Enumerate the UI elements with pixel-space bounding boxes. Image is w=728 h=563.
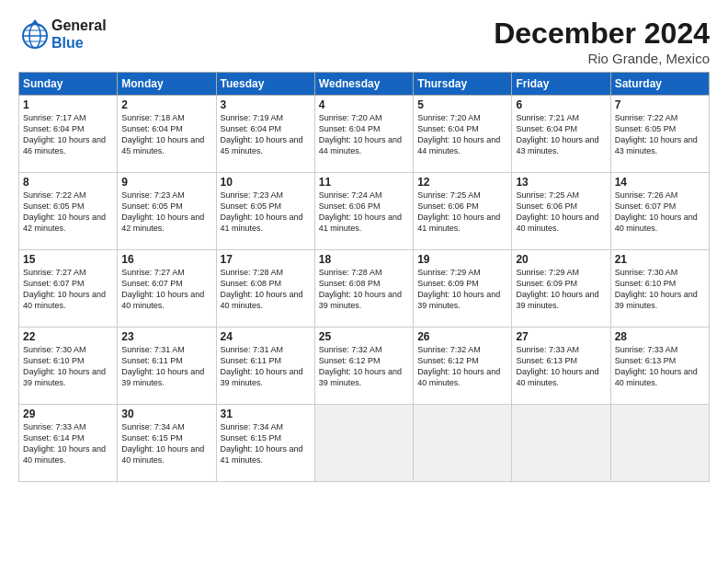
table-row: 24 Sunrise: 7:31 AM Sunset: 6:11 PM Dayl… <box>216 327 314 405</box>
day-info: Sunrise: 7:29 AM Sunset: 6:09 PM Dayligh… <box>516 267 606 312</box>
title-block: December 2024 Rio Grande, Mexico <box>494 17 710 66</box>
day-info: Sunrise: 7:34 AM Sunset: 6:15 PM Dayligh… <box>221 421 311 466</box>
table-row: 12 Sunrise: 7:25 AM Sunset: 6:06 PM Dayl… <box>414 173 512 250</box>
table-row: 18 Sunrise: 7:28 AM Sunset: 6:08 PM Dayl… <box>314 250 413 327</box>
table-row <box>314 405 413 482</box>
table-row: 28 Sunrise: 7:33 AM Sunset: 6:13 PM Dayl… <box>610 327 709 405</box>
day-number: 22 <box>23 330 113 343</box>
table-row: 27 Sunrise: 7:33 AM Sunset: 6:13 PM Dayl… <box>512 327 610 405</box>
day-info: Sunrise: 7:24 AM Sunset: 6:06 PM Dayligh… <box>319 190 409 235</box>
day-number: 25 <box>319 330 409 343</box>
day-info: Sunrise: 7:25 AM Sunset: 6:06 PM Dayligh… <box>516 190 606 235</box>
day-info: Sunrise: 7:21 AM Sunset: 6:04 PM Dayligh… <box>516 112 606 157</box>
day-info: Sunrise: 7:32 AM Sunset: 6:12 PM Dayligh… <box>417 344 507 389</box>
day-info: Sunrise: 7:33 AM Sunset: 6:13 PM Dayligh… <box>516 344 606 389</box>
logo-text: General Blue <box>51 17 107 52</box>
day-number: 13 <box>516 176 606 189</box>
header: General Blue December 2024 Rio Grande, M… <box>18 17 710 66</box>
table-row: 11 Sunrise: 7:24 AM Sunset: 6:06 PM Dayl… <box>314 173 413 250</box>
table-row: 22 Sunrise: 7:30 AM Sunset: 6:10 PM Dayl… <box>19 327 118 405</box>
col-thursday: Thursday <box>414 73 512 96</box>
day-info: Sunrise: 7:32 AM Sunset: 6:12 PM Dayligh… <box>319 344 409 389</box>
day-info: Sunrise: 7:26 AM Sunset: 6:07 PM Dayligh… <box>615 190 705 235</box>
month-title: December 2024 <box>494 17 710 51</box>
calendar-table: Sunday Monday Tuesday Wednesday Thursday… <box>18 72 710 482</box>
day-number: 24 <box>221 330 311 343</box>
day-info: Sunrise: 7:22 AM Sunset: 6:05 PM Dayligh… <box>615 112 705 157</box>
table-row: 29 Sunrise: 7:33 AM Sunset: 6:14 PM Dayl… <box>19 405 118 482</box>
week-row-1: 8 Sunrise: 7:22 AM Sunset: 6:05 PM Dayli… <box>19 173 710 250</box>
day-number: 23 <box>121 330 211 343</box>
table-row: 2 Sunrise: 7:18 AM Sunset: 6:04 PM Dayli… <box>118 96 216 173</box>
table-row: 26 Sunrise: 7:32 AM Sunset: 6:12 PM Dayl… <box>414 327 512 405</box>
table-row: 4 Sunrise: 7:20 AM Sunset: 6:04 PM Dayli… <box>314 96 413 173</box>
table-row: 21 Sunrise: 7:30 AM Sunset: 6:10 PM Dayl… <box>610 250 709 327</box>
svg-marker-5 <box>29 19 40 27</box>
table-row: 9 Sunrise: 7:23 AM Sunset: 6:05 PM Dayli… <box>118 173 216 250</box>
day-info: Sunrise: 7:30 AM Sunset: 6:10 PM Dayligh… <box>615 267 705 312</box>
table-row: 17 Sunrise: 7:28 AM Sunset: 6:08 PM Dayl… <box>216 250 314 327</box>
day-info: Sunrise: 7:30 AM Sunset: 6:10 PM Dayligh… <box>23 344 113 389</box>
day-number: 29 <box>23 408 113 420</box>
day-number: 18 <box>319 253 409 266</box>
table-row: 3 Sunrise: 7:19 AM Sunset: 6:04 PM Dayli… <box>216 96 314 173</box>
day-info: Sunrise: 7:28 AM Sunset: 6:08 PM Dayligh… <box>319 267 409 312</box>
col-monday: Monday <box>118 73 216 96</box>
day-number: 17 <box>221 253 311 266</box>
day-info: Sunrise: 7:23 AM Sunset: 6:05 PM Dayligh… <box>221 190 311 235</box>
day-info: Sunrise: 7:19 AM Sunset: 6:04 PM Dayligh… <box>221 112 311 157</box>
day-number: 9 <box>121 176 211 189</box>
col-wednesday: Wednesday <box>314 73 413 96</box>
page: General Blue December 2024 Rio Grande, M… <box>0 0 728 563</box>
col-saturday: Saturday <box>610 73 709 96</box>
table-row: 13 Sunrise: 7:25 AM Sunset: 6:06 PM Dayl… <box>512 173 610 250</box>
day-number: 11 <box>319 176 409 189</box>
col-tuesday: Tuesday <box>216 73 314 96</box>
day-number: 6 <box>516 98 606 111</box>
table-row: 7 Sunrise: 7:22 AM Sunset: 6:05 PM Dayli… <box>610 96 709 173</box>
day-number: 31 <box>221 408 311 420</box>
day-number: 30 <box>121 408 211 420</box>
day-number: 26 <box>417 330 507 343</box>
table-row: 10 Sunrise: 7:23 AM Sunset: 6:05 PM Dayl… <box>216 173 314 250</box>
table-row: 19 Sunrise: 7:29 AM Sunset: 6:09 PM Dayl… <box>414 250 512 327</box>
day-info: Sunrise: 7:23 AM Sunset: 6:05 PM Dayligh… <box>121 190 211 235</box>
table-row: 8 Sunrise: 7:22 AM Sunset: 6:05 PM Dayli… <box>19 173 118 250</box>
col-sunday: Sunday <box>19 73 118 96</box>
day-info: Sunrise: 7:28 AM Sunset: 6:08 PM Dayligh… <box>221 267 311 312</box>
table-row: 31 Sunrise: 7:34 AM Sunset: 6:15 PM Dayl… <box>216 405 314 482</box>
table-row: 25 Sunrise: 7:32 AM Sunset: 6:12 PM Dayl… <box>314 327 413 405</box>
day-number: 2 <box>121 98 211 111</box>
day-info: Sunrise: 7:20 AM Sunset: 6:04 PM Dayligh… <box>319 112 409 157</box>
day-number: 1 <box>23 98 113 111</box>
calendar-header-row: Sunday Monday Tuesday Wednesday Thursday… <box>19 73 710 96</box>
day-info: Sunrise: 7:33 AM Sunset: 6:14 PM Dayligh… <box>23 421 113 466</box>
day-number: 12 <box>417 176 507 189</box>
table-row <box>512 405 610 482</box>
day-info: Sunrise: 7:29 AM Sunset: 6:09 PM Dayligh… <box>417 267 507 312</box>
table-row: 15 Sunrise: 7:27 AM Sunset: 6:07 PM Dayl… <box>19 250 118 327</box>
day-info: Sunrise: 7:18 AM Sunset: 6:04 PM Dayligh… <box>121 112 211 157</box>
table-row <box>610 405 709 482</box>
day-number: 20 <box>516 253 606 266</box>
table-row: 6 Sunrise: 7:21 AM Sunset: 6:04 PM Dayli… <box>512 96 610 173</box>
day-info: Sunrise: 7:31 AM Sunset: 6:11 PM Dayligh… <box>121 344 211 389</box>
col-friday: Friday <box>512 73 610 96</box>
table-row: 1 Sunrise: 7:17 AM Sunset: 6:04 PM Dayli… <box>19 96 118 173</box>
table-row: 16 Sunrise: 7:27 AM Sunset: 6:07 PM Dayl… <box>118 250 216 327</box>
table-row: 20 Sunrise: 7:29 AM Sunset: 6:09 PM Dayl… <box>512 250 610 327</box>
day-info: Sunrise: 7:27 AM Sunset: 6:07 PM Dayligh… <box>121 267 211 312</box>
day-number: 7 <box>615 98 705 111</box>
week-row-0: 1 Sunrise: 7:17 AM Sunset: 6:04 PM Dayli… <box>19 96 710 173</box>
day-number: 4 <box>319 98 409 111</box>
table-row: 23 Sunrise: 7:31 AM Sunset: 6:11 PM Dayl… <box>118 327 216 405</box>
day-number: 8 <box>23 176 113 189</box>
logo-icon <box>18 17 51 51</box>
day-number: 5 <box>417 98 507 111</box>
table-row: 30 Sunrise: 7:34 AM Sunset: 6:15 PM Dayl… <box>118 405 216 482</box>
day-number: 21 <box>615 253 705 266</box>
day-number: 14 <box>615 176 705 189</box>
day-info: Sunrise: 7:27 AM Sunset: 6:07 PM Dayligh… <box>23 267 113 312</box>
day-info: Sunrise: 7:20 AM Sunset: 6:04 PM Dayligh… <box>417 112 507 157</box>
week-row-4: 29 Sunrise: 7:33 AM Sunset: 6:14 PM Dayl… <box>19 405 710 482</box>
